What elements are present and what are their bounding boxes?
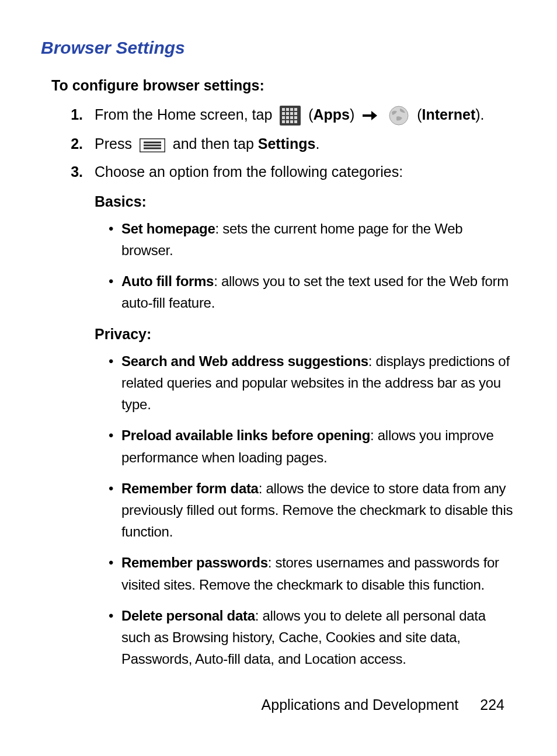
apps-label: Apps <box>314 106 350 123</box>
term: Search and Web address suggestions <box>121 353 368 369</box>
svg-marker-18 <box>371 111 377 120</box>
step-3: 3. Choose an option from the following c… <box>62 161 516 679</box>
basics-list: Set homepage: sets the current home page… <box>109 218 516 314</box>
intro-line: To configure browser settings: <box>51 75 516 96</box>
term: Remember form data <box>121 480 259 496</box>
term: Preload available links before opening <box>121 427 370 443</box>
svg-rect-5 <box>282 112 285 115</box>
step-1-body: From the Home screen, tap (Apps) <box>95 104 516 126</box>
svg-rect-2 <box>286 108 289 111</box>
internet-label: Internet <box>422 106 476 123</box>
list-item: Remember passwords: stores usernames and… <box>109 552 516 595</box>
globe-icon <box>388 105 409 126</box>
svg-rect-9 <box>282 116 285 119</box>
step-2: 2. Press and then tap Settings. <box>62 133 516 154</box>
list-item: Preload available links before opening: … <box>109 424 516 468</box>
privacy-label: Privacy: <box>95 323 516 344</box>
svg-rect-7 <box>290 112 293 115</box>
page-heading: Browser Settings <box>41 35 516 61</box>
basics-label: Basics: <box>95 191 516 212</box>
apps-grid-icon <box>280 106 301 126</box>
step-3-text: Choose an option from the following cate… <box>95 161 516 182</box>
step-number: 1. <box>62 104 95 126</box>
step-1: 1. From the Home screen, tap (Apps) <box>62 104 516 126</box>
menu-icon <box>140 138 165 152</box>
step-2-pre: Press <box>95 135 136 152</box>
step-2-body: Press and then tap Settings. <box>95 133 516 154</box>
page-number: 224 <box>480 696 504 713</box>
step-2-end: . <box>315 135 319 152</box>
svg-rect-8 <box>294 112 297 115</box>
svg-rect-1 <box>282 108 285 111</box>
svg-rect-4 <box>294 108 297 111</box>
term: Delete personal data <box>121 608 255 623</box>
list-item: Search and Web address suggestions: disp… <box>109 350 516 416</box>
svg-rect-6 <box>286 112 289 115</box>
list-item: Delete personal data: allows you to dele… <box>109 605 516 670</box>
footer-section: Applications and Development <box>262 696 459 713</box>
settings-label: Settings <box>258 135 316 152</box>
term: Auto fill forms <box>121 273 214 289</box>
list-item: Set homepage: sets the current home page… <box>109 218 516 261</box>
list-item: Remember form data: allows the device to… <box>109 478 516 543</box>
step-1-pre: From the Home screen, tap <box>95 106 276 123</box>
svg-rect-14 <box>286 120 289 123</box>
term: Set homepage <box>121 221 215 236</box>
svg-rect-10 <box>286 116 289 119</box>
list-item: Auto fill forms: allows you to set the t… <box>109 270 516 313</box>
svg-rect-15 <box>290 120 293 123</box>
internet-label-paren: (Internet). <box>417 106 484 123</box>
step-number: 3. <box>62 161 95 679</box>
step-number: 2. <box>62 133 95 154</box>
privacy-list: Search and Web address suggestions: disp… <box>109 350 516 670</box>
term: Remember passwords <box>121 555 268 570</box>
svg-rect-16 <box>294 120 297 123</box>
apps-label-paren: (Apps) <box>308 106 358 123</box>
svg-rect-12 <box>294 116 297 119</box>
step-3-body: Choose an option from the following cate… <box>95 161 516 679</box>
svg-point-19 <box>389 106 408 125</box>
arrow-right-icon <box>362 110 377 121</box>
svg-rect-3 <box>290 108 293 111</box>
svg-rect-11 <box>290 116 293 119</box>
svg-rect-13 <box>282 120 285 123</box>
numbered-steps: 1. From the Home screen, tap (Apps) <box>62 104 516 680</box>
page-footer: Applications and Development 224 <box>262 694 504 715</box>
step-2-mid: and then tap <box>173 135 258 152</box>
